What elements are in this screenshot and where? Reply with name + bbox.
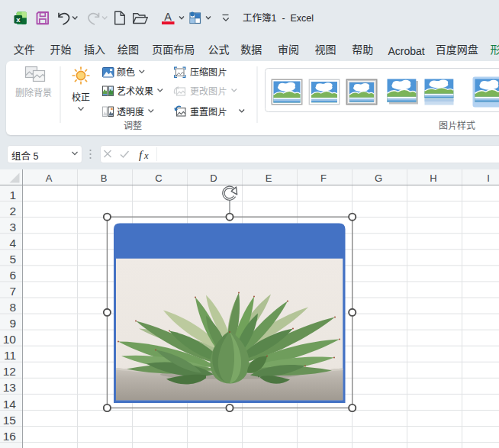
svg-text:x: x [16,14,21,24]
svg-text:重置图片: 重置图片 [190,105,227,118]
svg-text:透明度: 透明度 [117,105,144,118]
svg-text:C: C [155,170,162,185]
svg-text:E: E [266,170,272,185]
svg-text:9: 9 [9,314,16,330]
svg-text:删除背景: 删除背景 [15,85,52,98]
svg-text:2: 2 [9,201,16,218]
svg-text:6: 6 [9,266,16,282]
svg-text:G: G [375,170,382,185]
svg-text:10: 10 [3,330,17,346]
svg-text:A: A [46,170,53,185]
svg-text:8: 8 [9,298,16,314]
svg-text:D: D [210,170,217,185]
svg-text:7: 7 [9,282,16,298]
svg-text:13: 13 [3,378,16,395]
svg-text:11: 11 [4,346,16,363]
svg-text:调整: 调整 [124,118,142,131]
svg-text:x: x [143,150,149,161]
svg-text:校正: 校正 [72,90,90,103]
svg-text:1: 1 [9,185,16,202]
svg-text:17: 17 [3,443,16,448]
svg-text:颜色: 颜色 [117,65,135,78]
svg-text:H: H [430,170,436,185]
svg-text:f: f [139,148,144,161]
svg-text:15: 15 [3,411,16,427]
svg-text:14: 14 [3,395,17,411]
svg-text:3: 3 [9,218,16,234]
svg-text:更改图片: 更改图片 [190,84,227,97]
svg-text:16: 16 [3,427,16,443]
svg-text:工作簿1 - Excel: 工作簿1 - Excel [243,10,314,24]
svg-text:4: 4 [9,234,16,250]
svg-text:A: A [164,8,172,24]
svg-text:12: 12 [3,362,16,379]
svg-text:压缩图片: 压缩图片 [190,65,227,78]
svg-text:艺术效果: 艺术效果 [117,84,153,97]
svg-text:I: I [487,170,490,185]
svg-text:B: B [101,170,108,185]
svg-text:图片样式: 图片样式 [439,118,475,131]
svg-text:F: F [320,170,327,185]
svg-text:5: 5 [9,250,16,266]
